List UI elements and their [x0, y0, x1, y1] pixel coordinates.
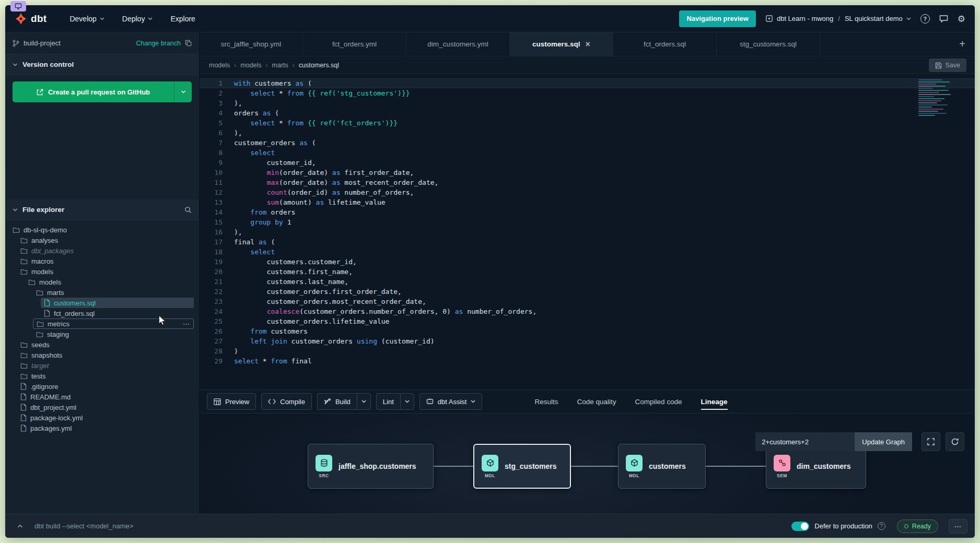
update-graph-button[interactable]: Update Graph: [855, 432, 912, 451]
save-button[interactable]: Save: [929, 58, 967, 72]
tree-item-.gitignore[interactable]: .gitignore: [17, 381, 194, 392]
tree-item-seeds[interactable]: seeds: [17, 339, 194, 350]
tab-lineage[interactable]: Lineage: [701, 390, 728, 413]
tree-item-models[interactable]: models: [17, 266, 194, 277]
preview-button[interactable]: Preview: [207, 393, 256, 410]
tab-code-quality[interactable]: Code quality: [577, 390, 616, 413]
settings-gear-icon[interactable]: ⚙: [958, 14, 965, 24]
code-editor[interactable]: 1with customers as (2 select * from {{ r…: [200, 74, 975, 389]
code-line[interactable]: 7customer_orders as (: [200, 138, 975, 148]
tree-item-dbt_packages[interactable]: dbt_packages: [17, 245, 194, 256]
code-line[interactable]: 5 select * from {{ ref('fct_orders')}}: [200, 118, 975, 128]
close-tab-icon[interactable]: ×: [586, 40, 590, 49]
feedback-icon[interactable]: [939, 15, 948, 23]
tree-item-db-sl-qs-demo[interactable]: db-sl-qs-demo: [9, 225, 194, 235]
code-line[interactable]: 29select * from final: [200, 356, 975, 366]
lineage-node-customers[interactable]: MDLcustomers: [618, 444, 706, 489]
code-line[interactable]: 15 group by 1: [200, 217, 975, 227]
code-line[interactable]: 3),: [200, 98, 975, 108]
code-line[interactable]: 17final as (: [200, 237, 975, 247]
lineage-search-input[interactable]: [755, 432, 855, 451]
code-line[interactable]: 21 customers.last_name,: [200, 277, 975, 287]
editor-tab-fct_orders.yml[interactable]: fct_orders.yml: [303, 32, 406, 56]
code-line[interactable]: 27 left join customer_orders using (cust…: [200, 336, 975, 346]
copy-icon[interactable]: [185, 40, 192, 46]
tree-item-snapshots[interactable]: snapshots: [17, 350, 194, 360]
build-dropdown-button[interactable]: [357, 393, 371, 410]
tree-item-package-lock.yml[interactable]: package-lock.yml: [17, 412, 194, 423]
refresh-button[interactable]: [946, 432, 964, 451]
lint-button[interactable]: Lint: [376, 393, 400, 410]
search-icon[interactable]: [184, 206, 192, 214]
editor-tab-customers.sql[interactable]: customers.sql×: [510, 32, 613, 56]
code-line[interactable]: 2 select * from {{ ref('stg_customers')}…: [200, 88, 975, 98]
new-tab-button[interactable]: +: [950, 32, 975, 56]
tree-item-staging[interactable]: staging: [33, 329, 194, 339]
expand-panel-button[interactable]: [13, 519, 27, 534]
version-control-section-header[interactable]: Version control: [5, 54, 199, 75]
code-line[interactable]: 14 from orders: [200, 207, 975, 217]
tree-item-fct_orders.sql[interactable]: fct_orders.sql: [41, 308, 194, 318]
breadcrumb-item[interactable]: marts: [272, 62, 288, 69]
code-line[interactable]: 22 customer_orders.first_order_date,: [200, 287, 975, 297]
compile-button[interactable]: Compile: [261, 393, 312, 410]
tree-item-tests[interactable]: tests: [17, 371, 194, 381]
pr-dropdown-button[interactable]: [174, 81, 192, 102]
tree-item-dbt_project.yml[interactable]: dbt_project.yml: [17, 402, 194, 412]
dbt-assist-button[interactable]: dbt Assist: [419, 393, 483, 410]
editor-tab-src_jaffle_shop.yml[interactable]: src_jaffle_shop.yml: [200, 32, 303, 56]
editor-tab-fct_orders.sql[interactable]: fct_orders.sql: [613, 32, 717, 56]
tree-item-packages.yml[interactable]: packages.yml: [17, 423, 194, 433]
menu-develop[interactable]: Develop: [69, 15, 104, 23]
dbt-logo[interactable]: dbt: [15, 13, 46, 25]
ready-status-badge[interactable]: Ready: [897, 520, 938, 533]
breadcrumb-item[interactable]: models: [209, 62, 230, 69]
code-line[interactable]: 23 customer_orders.most_recent_order_dat…: [200, 297, 975, 306]
code-line[interactable]: 24 coalesce(customer_orders.number_of_or…: [200, 306, 975, 316]
tree-item-macros[interactable]: macros: [17, 256, 194, 266]
code-line[interactable]: 11 max(order_date) as most_recent_order_…: [200, 178, 975, 187]
tree-item-customers.sql[interactable]: customers.sql: [41, 298, 194, 308]
breadcrumb-item[interactable]: models: [240, 62, 261, 69]
defer-to-production-toggle[interactable]: [791, 522, 809, 531]
editor-minimap[interactable]: [918, 79, 966, 116]
navigation-preview-button[interactable]: Navigation preview: [679, 10, 755, 27]
create-pr-button[interactable]: Create a pull request on GitHub: [13, 81, 192, 102]
menu-explore[interactable]: Explore: [170, 15, 195, 23]
lineage-canvas[interactable]: Update Graph SRCjaffle_shop.customersMDL…: [200, 414, 975, 514]
code-line[interactable]: 13 sum(amount) as lifetime_value: [200, 197, 975, 207]
code-line[interactable]: 9 customer_id,: [200, 158, 975, 168]
breadcrumb-item[interactable]: customers.sql: [299, 62, 339, 69]
help-icon[interactable]: ?: [920, 14, 930, 23]
code-line[interactable]: 6),: [200, 128, 975, 138]
code-line[interactable]: 10 min(order_date) as first_order_date,: [200, 168, 975, 178]
editor-tab-dim_customers.yml[interactable]: dim_customers.yml: [406, 32, 510, 56]
tree-item-marts[interactable]: marts: [33, 287, 194, 298]
file-explorer-section-header[interactable]: File explorer: [5, 199, 199, 220]
editor-tab-stg_customers.sql[interactable]: stg_customers.sql: [717, 32, 820, 56]
tree-item-target[interactable]: target: [17, 360, 194, 371]
more-options-button[interactable]: ⋯: [949, 519, 967, 534]
lineage-node-jaffle_shop.customers[interactable]: SRCjaffle_shop.customers: [308, 444, 434, 489]
change-branch-link[interactable]: Change branch: [136, 40, 181, 47]
tab-results[interactable]: Results: [534, 390, 558, 413]
code-line[interactable]: 19 customers.customer_id,: [200, 257, 975, 267]
lineage-node-stg_customers[interactable]: MDLstg_customers: [473, 444, 571, 489]
code-line[interactable]: 1with customers as (: [200, 78, 975, 88]
tree-item-metrics[interactable]: metrics⋯: [33, 318, 194, 329]
code-line[interactable]: 26 from customers: [200, 326, 975, 336]
code-line[interactable]: 8 select: [200, 148, 975, 158]
lint-dropdown-button[interactable]: [400, 393, 414, 410]
tab-compiled-code[interactable]: Compiled code: [635, 390, 682, 413]
code-line[interactable]: 4orders as (: [200, 108, 975, 118]
fullscreen-button[interactable]: [921, 432, 940, 451]
code-line[interactable]: 20 customers.first_name,: [200, 267, 975, 277]
code-line[interactable]: 12 count(order_id) as number_of_orders,: [200, 187, 975, 197]
build-button[interactable]: Build: [317, 393, 357, 410]
defer-help-icon[interactable]: ?: [878, 522, 885, 530]
account-project-switcher[interactable]: dbt Learn - mwong / SL quickstart demo: [765, 15, 911, 22]
code-line[interactable]: 25 customer_orders.lifetime_value: [200, 316, 975, 326]
code-line[interactable]: 28): [200, 346, 975, 356]
command-hint[interactable]: dbt build --select <model_name>: [34, 522, 133, 530]
code-line[interactable]: 18 select: [200, 247, 975, 257]
